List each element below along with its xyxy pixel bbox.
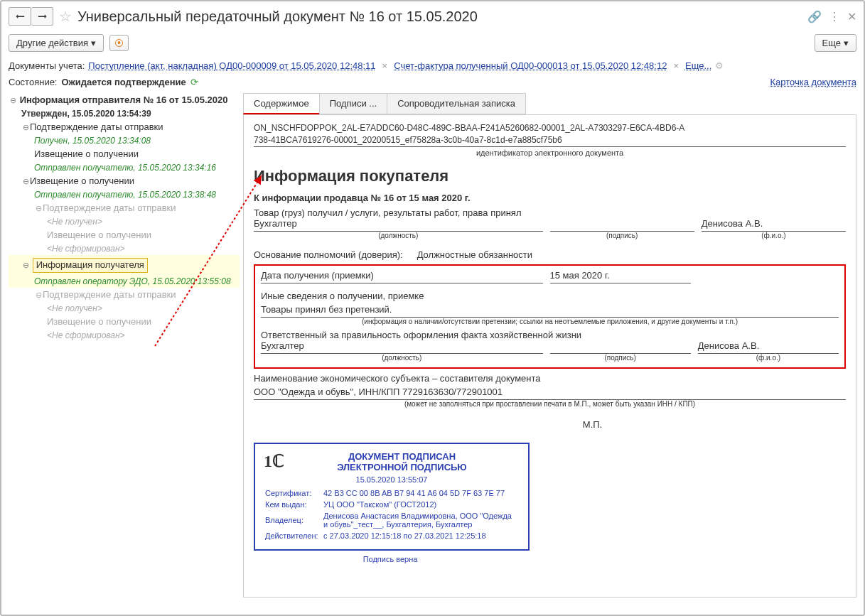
gear-icon[interactable]: ⚙: [715, 60, 724, 71]
seller-ref: К информации продавца № 16 от 15 мая 202…: [254, 193, 846, 203]
back-button[interactable]: 🠔: [9, 7, 31, 26]
tree-node[interactable]: Подтверждение даты отправки: [43, 289, 176, 300]
tree-status: <Не получен>: [47, 303, 102, 313]
collapse-icon[interactable]: [34, 204, 43, 213]
collapse-icon[interactable]: [21, 177, 30, 186]
favorite-icon[interactable]: ☆: [59, 8, 72, 25]
tree-node[interactable]: Извещение о получении: [34, 148, 139, 159]
subject-note: (может не заполняться при проставлении п…: [254, 400, 846, 408]
basis-label: Основание полномочий (доверия):: [254, 249, 403, 260]
stamp-placeholder: М.П.: [339, 419, 846, 430]
tree-node[interactable]: Подтверждение даты отправки: [43, 202, 176, 213]
tree-status: Отправлен оператору ЭДО, 15.05.2020 13:5…: [34, 276, 231, 286]
tree-status: <Не сформирован>: [47, 330, 125, 340]
forward-button[interactable]: 🠖: [31, 7, 53, 26]
doc-link-2[interactable]: Счет-фактура полученный ОД00-000013 от 1…: [394, 60, 667, 71]
menu-dots-icon[interactable]: ⋮: [829, 10, 840, 23]
accounting-docs-label: Документы учета:: [9, 60, 85, 71]
remove-link-icon[interactable]: ×: [670, 60, 682, 71]
position-value: Бухгалтер: [261, 340, 543, 354]
tree-status: Получен, 15.05.2020 13:34:08: [34, 136, 151, 146]
status-label: Состояние:: [9, 77, 57, 87]
other-note: (информация о наличии/отсутствии претенз…: [261, 318, 839, 325]
tree-status: <Не получен>: [47, 217, 102, 227]
chevron-down-icon: ▾: [844, 38, 849, 48]
received-label: Товар (груз) получил / услуги, результат…: [254, 207, 846, 218]
subject-value: ООО "Одежда и обувь", ИНН/КПП 7729163630…: [254, 387, 846, 400]
subject-label: Наименование экономического субъекта – с…: [254, 373, 846, 384]
hierarchy-icon: ⦿: [114, 38, 124, 48]
highlighted-block: Дата получения (приемки) 15 мая 2020 г. …: [254, 264, 846, 369]
collapse-icon[interactable]: [9, 96, 17, 105]
other-label: Иные сведения о получении, приемке: [261, 291, 839, 301]
fio-value: Денисова А.В.: [698, 340, 839, 354]
tree-node-selected[interactable]: Информация получателя: [33, 258, 148, 273]
tree-node[interactable]: Извещение о получении: [30, 175, 134, 186]
section-title: Информация покупателя: [254, 167, 846, 185]
tree-status: <Не сформирован>: [47, 244, 125, 254]
close-icon[interactable]: ✕: [847, 10, 856, 23]
chevron-down-icon: ▾: [91, 38, 96, 48]
signature-stamp: 1ℂ ДОКУМЕНТ ПОДПИСАН ЭЛЕКТРОННОЙ ПОДПИСЬ…: [254, 443, 530, 551]
hierarchy-button[interactable]: ⦿: [109, 35, 129, 51]
collapse-icon[interactable]: [34, 291, 43, 300]
collapse-icon[interactable]: [21, 261, 30, 270]
collapse-icon[interactable]: [21, 123, 30, 132]
position-value: Бухгалтер: [254, 218, 543, 232]
tab-cover-note[interactable]: Сопроводительная записка: [387, 93, 526, 114]
fio-value: Денисова А.В.: [702, 218, 846, 232]
document-tree: Информация отправителя № 16 от 15.05.202…: [9, 93, 243, 598]
1c-logo: 1ℂ: [264, 451, 284, 472]
tree-node[interactable]: Извещение о получении: [47, 229, 151, 240]
remove-link-icon[interactable]: ×: [380, 60, 391, 71]
identifier-caption: идентификатор электронного документа: [254, 148, 846, 157]
page-title: Универсальный передаточный документ № 16…: [77, 9, 478, 25]
basis-value: Должностные обязанности: [417, 249, 532, 260]
more-docs-link[interactable]: Еще...: [685, 60, 711, 71]
tab-content[interactable]: Содержимое: [243, 93, 320, 114]
sign-valid-label: Подпись верна: [254, 555, 527, 563]
sign-timestamp: 15.05.2020 13:55:07: [264, 475, 520, 484]
date-label: Дата получения (приемки): [261, 270, 543, 283]
tree-node[interactable]: Подтверждение даты отправки: [30, 121, 163, 132]
other-actions-button[interactable]: Другие действия ▾: [9, 34, 104, 52]
more-button[interactable]: Еще ▾: [815, 34, 856, 52]
document-content: ON_NSCHFDOPPOK_2AL-E7ADDC60-D48C-489C-BB…: [243, 114, 856, 598]
signature-placeholder: [550, 340, 691, 354]
date-value: 15 мая 2020 г.: [550, 270, 691, 283]
tree-status: Отправлен получателю, 15.05.2020 13:34:1…: [34, 163, 216, 173]
tree-node[interactable]: Извещение о получении: [47, 316, 151, 327]
status-value: Ожидается подтверждение: [61, 77, 186, 87]
tree-root[interactable]: Информация отправителя № 16 от 15.05.202…: [20, 94, 228, 105]
other-value: Товары принял без претензий.: [261, 304, 839, 318]
card-link[interactable]: Карточка документа: [770, 77, 856, 87]
signature-placeholder: [550, 218, 694, 232]
document-identifier: ON_NSCHFDOPPOK_2AL-E7ADDC60-D48C-489C-BB…: [254, 122, 846, 147]
responsible-label: Ответственный за правильность оформления…: [261, 330, 839, 340]
tree-root-status: Утвержден, 15.05.2020 13:54:39: [21, 109, 151, 119]
doc-link-1[interactable]: Поступление (акт, накладная) ОД00-000009…: [88, 60, 375, 71]
link-icon[interactable]: 🔗: [807, 10, 822, 23]
refresh-icon[interactable]: ⟳: [190, 77, 198, 87]
tab-signatures[interactable]: Подписи ...: [319, 93, 387, 114]
tree-status: Отправлен получателю, 15.05.2020 13:38:4…: [34, 190, 216, 200]
